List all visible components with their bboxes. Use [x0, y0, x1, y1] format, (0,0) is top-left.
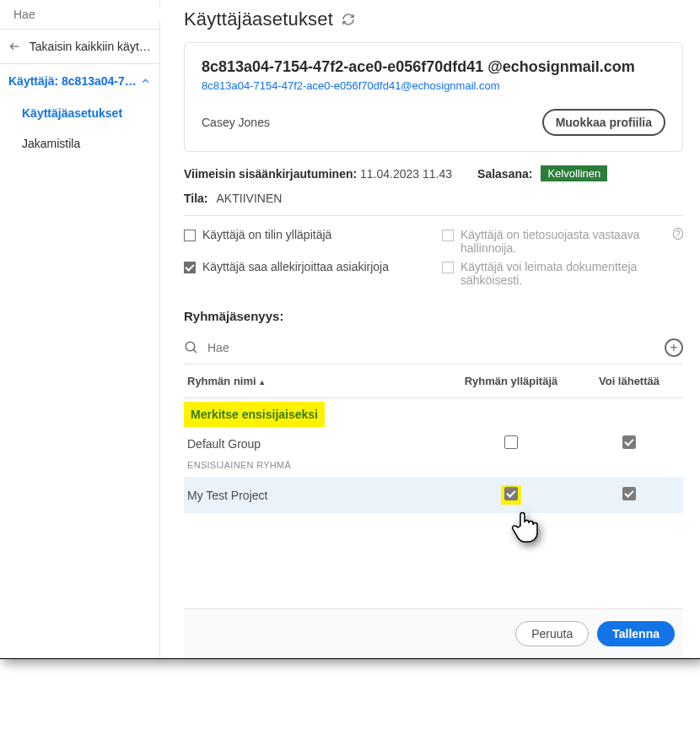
perm-account-admin-label: Käyttäjä on tilin ylläpitäjä — [202, 228, 331, 241]
main-content: Käyttäjäasetukset 8c813a04-7154-47f2-ace… — [160, 0, 700, 658]
profile-email[interactable]: 8c813a04-7154-47f2-ace0-e056f70dfd41@ech… — [202, 79, 665, 92]
meta-block: Viimeisin sisäänkirjautuminen: 11.04.202… — [184, 165, 683, 287]
group-membership-title: Ryhmäjäsenyys: — [184, 309, 683, 323]
last-login-value: 11.04.2023 11.43 — [360, 167, 452, 181]
can-send-checkbox[interactable] — [622, 487, 636, 500]
sidebar-search-input[interactable] — [13, 8, 161, 21]
info-icon[interactable]: ? — [673, 228, 683, 240]
page-title: Käyttäjäasetukset — [184, 8, 333, 30]
perm-can-stamp-row: Käyttäjä voi leimata dokumentteja sähköi… — [442, 260, 683, 287]
perm-privacy-admin-label: Käyttäjä on tietosuojasta vastaava halli… — [460, 228, 665, 255]
edit-profile-button[interactable]: Muokkaa profiilia — [542, 109, 665, 136]
checkbox-checked-icon[interactable] — [184, 262, 196, 273]
svg-line-4 — [193, 349, 197, 353]
col-group-admin[interactable]: Ryhmän ylläpitäjä — [444, 375, 579, 387]
cancel-button[interactable]: Peruuta — [515, 621, 589, 646]
group-membership-section: Ryhmäjäsenyys: + Ryhmän nimi Ryhmän yllä… — [184, 309, 683, 513]
col-group-name[interactable]: Ryhmän nimi — [187, 375, 444, 387]
permissions-grid: Käyttäjä on tilin ylläpitäjä Käyttäjä on… — [184, 228, 683, 287]
sidebar-item-sharing[interactable]: Jakamistila — [0, 128, 159, 159]
sidebar-section-label: Käyttäjä: 8c813a04-715… — [8, 74, 140, 88]
sidebar-back-label: Takaisin kaikkiin käyttä… — [30, 40, 151, 53]
app-shell: Takaisin kaikkiin käyttä… Käyttäjä: 8c81… — [0, 0, 700, 658]
checkbox-disabled-icon — [442, 262, 454, 273]
group-search-row: + — [184, 332, 683, 365]
checkbox-unchecked-icon[interactable] — [184, 230, 196, 241]
perm-can-stamp-label: Käyttäjä voi leimata dokumentteja sähköi… — [460, 260, 683, 287]
chevron-up-icon — [140, 75, 151, 87]
sidebar-item-user-settings[interactable]: Käyttäjäasetukset — [0, 98, 159, 128]
sidebar: Takaisin kaikkiin käyttä… Käyttäjä: 8c81… — [0, 0, 160, 658]
search-icon — [184, 340, 199, 355]
footer-actions: Peruuta Tallenna — [184, 608, 683, 658]
col-can-send[interactable]: Voi lähettää — [579, 375, 680, 387]
last-login-label: Viimeisin sisäänkirjautuminen: — [184, 167, 357, 181]
sidebar-search[interactable] — [0, 0, 159, 30]
mark-primary-action[interactable]: Merkitse ensisijaiseksi — [184, 402, 325, 427]
group-name: Default Group — [187, 437, 444, 451]
page-title-row: Käyttäjäasetukset — [184, 8, 683, 30]
status-value: AKTIIVINEN — [217, 192, 283, 205]
primary-group-label: ENSISIJAINEN RYHMÄ — [184, 460, 683, 477]
sidebar-section[interactable]: Käyttäjä: 8c813a04-715… — [0, 64, 159, 98]
group-table-header: Ryhmän nimi Ryhmän ylläpitäjä Voi lähett… — [184, 365, 683, 398]
group-admin-checkbox[interactable] — [504, 487, 518, 500]
perm-can-sign-row[interactable]: Käyttäjä saa allekirjoittaa asiakirjoja — [184, 260, 425, 287]
save-button[interactable]: Tallenna — [597, 621, 675, 646]
password-label: Salasana: — [477, 167, 532, 181]
mark-primary-label: Merkitse ensisijaiseksi — [191, 408, 318, 421]
perm-account-admin-row[interactable]: Käyttäjä on tilin ylläpitäjä — [184, 228, 425, 255]
group-name: My Test Project — [187, 489, 444, 502]
profile-id: 8c813a04-7154-47f2-ace0-e056f70dfd41 @ec… — [202, 58, 665, 76]
table-row[interactable]: Default Group — [184, 427, 683, 460]
perm-can-sign-label: Käyttäjä saa allekirjoittaa asiakirjoja — [202, 260, 389, 273]
password-badge: Kelvollinen — [541, 165, 607, 181]
svg-point-3 — [186, 342, 195, 351]
group-admin-checkbox[interactable] — [504, 435, 518, 449]
profile-display-name: Casey Jones — [202, 116, 270, 129]
refresh-icon[interactable] — [342, 13, 355, 26]
sidebar-back[interactable]: Takaisin kaikkiin käyttä… — [0, 30, 159, 64]
arrow-left-icon — [8, 40, 21, 53]
add-group-button[interactable]: + — [665, 338, 683, 357]
perm-privacy-admin-row: Käyttäjä on tietosuojasta vastaava halli… — [442, 228, 683, 255]
can-send-checkbox[interactable] — [622, 435, 636, 449]
group-search-input[interactable] — [207, 341, 656, 354]
table-row[interactable]: My Test Project — [184, 477, 683, 513]
status-label: Tila: — [184, 192, 208, 205]
checkbox-disabled-icon — [442, 230, 454, 241]
profile-card: 8c813a04-7154-47f2-ace0-e056f70dfd41 @ec… — [184, 42, 683, 152]
